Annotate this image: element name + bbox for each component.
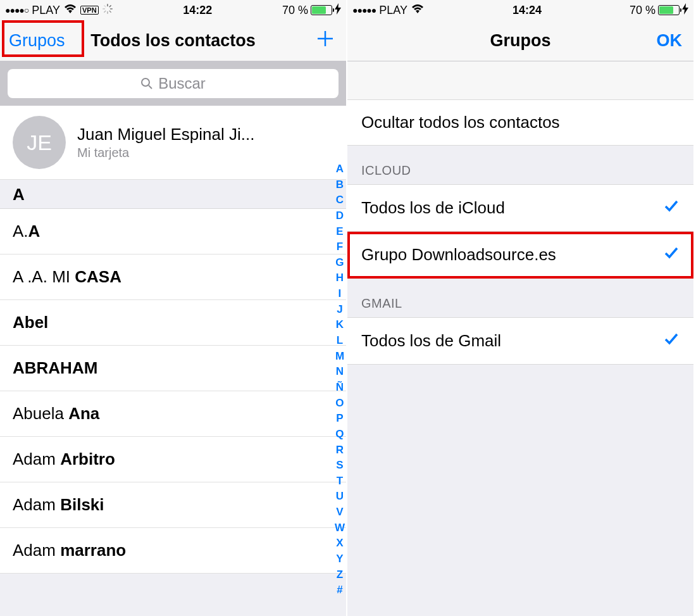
carrier-label: PLAY	[379, 4, 407, 17]
status-bar: ●●●●○ PLAY VPN 14:22 70 %	[0, 0, 346, 20]
group-label: Todos los de iCloud	[361, 198, 505, 218]
section-header: A	[0, 180, 346, 209]
group-row[interactable]: Todos los de iCloud	[347, 184, 693, 232]
index-letter[interactable]: Q	[335, 427, 345, 443]
battery-icon	[311, 5, 332, 15]
contact-row[interactable]: Abel	[0, 300, 346, 346]
index-letter[interactable]: Ñ	[335, 380, 345, 396]
checkmark-icon	[663, 244, 680, 265]
index-letter[interactable]: S	[335, 458, 345, 474]
index-letter[interactable]: M	[335, 349, 345, 365]
ok-button[interactable]: OK	[657, 31, 683, 51]
index-letter[interactable]: K	[335, 317, 345, 333]
index-letter[interactable]: C	[335, 192, 345, 208]
my-card-subtitle: Mi tarjeta	[77, 146, 254, 160]
group-row[interactable]: Grupo Downloadsource.es	[347, 232, 693, 279]
groups-button[interactable]: Grupos	[9, 31, 65, 51]
index-letter[interactable]: O	[335, 396, 345, 412]
search-bar: Buscar	[0, 61, 346, 106]
page-title: Grupos	[490, 31, 550, 51]
status-time: 14:24	[425, 4, 630, 17]
index-letter[interactable]: P	[335, 411, 345, 427]
group-section-header: GMAIL	[347, 279, 693, 317]
contact-row[interactable]: A .A. MI CASA	[0, 255, 346, 300]
group-label: Todos los de Gmail	[361, 331, 501, 351]
signal-dots-icon: ●●●●●	[352, 5, 376, 15]
index-letter[interactable]: T	[335, 474, 345, 489]
index-letter[interactable]: H	[335, 270, 345, 286]
group-label: Grupo Downloadsource.es	[361, 245, 556, 265]
contact-row[interactable]: A.A	[0, 209, 346, 255]
search-placeholder: Buscar	[158, 75, 206, 92]
phone-contacts: ●●●●○ PLAY VPN 14:22 70 %	[0, 0, 347, 616]
index-letter[interactable]: G	[335, 255, 345, 271]
add-contact-button[interactable]	[316, 29, 335, 53]
svg-line-5	[104, 11, 105, 12]
svg-line-1	[109, 5, 111, 6]
avatar: JE	[13, 116, 66, 169]
svg-line-11	[149, 85, 152, 89]
signal-dots-icon: ●●●●○	[5, 5, 28, 15]
group-row[interactable]: Todos los de Gmail	[347, 317, 693, 365]
alphabet-index-bar[interactable]: ABCDEFGHIJKLMNÑOPQRSTUVWXYZ#	[335, 161, 345, 598]
group-section-header: ICLOUD	[347, 146, 693, 184]
index-letter[interactable]: A	[335, 161, 345, 177]
spacer	[347, 61, 693, 99]
battery-percent: 70 %	[282, 4, 308, 17]
svg-line-7	[104, 5, 105, 6]
nav-bar: Grupos OK	[347, 20, 693, 61]
contact-row[interactable]: Abuela Ana	[0, 391, 346, 437]
index-letter[interactable]: Y	[335, 551, 345, 567]
battery-icon	[658, 5, 680, 15]
status-time: 14:22	[113, 4, 282, 17]
charging-bolt-icon	[335, 3, 341, 17]
wifi-icon	[411, 4, 425, 17]
index-letter[interactable]: J	[335, 302, 345, 318]
svg-point-10	[142, 79, 149, 86]
checkmark-icon	[663, 198, 680, 218]
index-letter[interactable]: V	[335, 505, 345, 520]
svg-line-3	[109, 11, 111, 12]
index-letter[interactable]: Z	[335, 567, 345, 583]
index-letter[interactable]: L	[335, 333, 345, 349]
hide-all-contacts-row[interactable]: Ocultar todos los contactos	[347, 99, 693, 146]
page-title: Todos los contactos	[90, 31, 256, 51]
checkmark-icon	[663, 330, 680, 351]
index-letter[interactable]: R	[335, 443, 345, 458]
status-bar: ●●●●● PLAY 14:24 70 %	[347, 0, 693, 20]
phone-groups: ●●●●● PLAY 14:24 70 % Grupos OK Ocultar …	[347, 0, 695, 616]
index-letter[interactable]: X	[335, 536, 345, 551]
nav-bar: Grupos Todos los contactos	[0, 20, 346, 61]
search-icon	[140, 77, 153, 90]
wifi-icon	[63, 4, 77, 17]
my-card-row[interactable]: JE Juan Miguel Espinal Ji... Mi tarjeta	[0, 106, 346, 180]
my-card-name: Juan Miguel Espinal Ji...	[77, 125, 254, 144]
index-letter[interactable]: E	[335, 224, 345, 240]
index-letter[interactable]: B	[335, 177, 345, 193]
carrier-label: PLAY	[32, 4, 60, 17]
index-letter[interactable]: W	[335, 520, 345, 536]
contact-row[interactable]: Adam Arbitro	[0, 437, 346, 482]
contact-row[interactable]: ABRAHAM	[0, 346, 346, 391]
index-letter[interactable]: D	[335, 208, 345, 224]
index-letter[interactable]: I	[335, 286, 345, 302]
loading-spinner-icon	[102, 3, 113, 18]
index-letter[interactable]: #	[335, 582, 345, 598]
charging-bolt-icon	[682, 3, 688, 17]
contact-row[interactable]: Adam Bilski	[0, 482, 346, 528]
contact-row[interactable]: Adam marrano	[0, 528, 346, 574]
hide-all-label: Ocultar todos los contactos	[361, 113, 560, 132]
index-letter[interactable]: N	[335, 364, 345, 380]
index-letter[interactable]: U	[335, 489, 345, 505]
search-input[interactable]: Buscar	[8, 69, 339, 98]
index-letter[interactable]: F	[335, 239, 345, 255]
vpn-badge: VPN	[80, 6, 99, 15]
battery-percent: 70 %	[630, 4, 656, 17]
contacts-list: A.AA .A. MI CASAAbelABRAHAMAbuela AnaAda…	[0, 209, 346, 574]
